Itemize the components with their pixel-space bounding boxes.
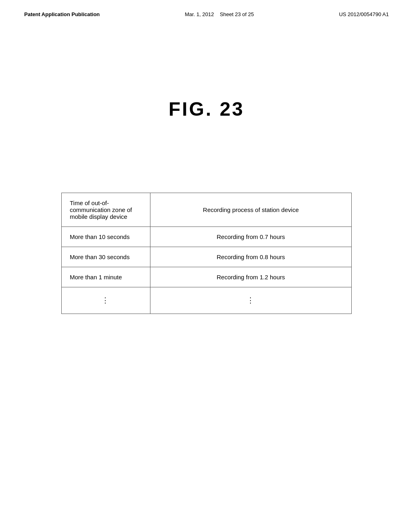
table-row-dots: ⋮ ⋮ [62, 287, 352, 314]
table-row: More than 1 minute Recording from 1.2 ho… [62, 267, 352, 287]
table-cell-col2-row3: Recording from 1.2 hours [150, 267, 351, 287]
table-cell-col2-row1: Recording from 0.7 hours [150, 227, 351, 247]
table-dots-col1: ⋮ [62, 287, 150, 314]
recording-table: Time of out-of-communication zone of mob… [61, 193, 352, 314]
table-cell-col1-row1: More than 10 seconds [62, 227, 150, 247]
table-header-col2: Recording process of station device [150, 193, 351, 227]
header-publication-label: Patent Application Publication [24, 11, 100, 17]
table-cell-col1-row2: More than 30 seconds [62, 247, 150, 267]
data-table-container: Time of out-of-communication zone of mob… [61, 193, 352, 314]
header-date-sheet: Mar. 1, 2012 Sheet 23 of 25 [185, 11, 254, 17]
table-row: More than 30 seconds Recording from 0.8 … [62, 247, 352, 267]
table-header-col1: Time of out-of-communication zone of mob… [62, 193, 150, 227]
figure-title: FIG. 23 [0, 98, 413, 120]
table-header-row: Time of out-of-communication zone of mob… [62, 193, 352, 227]
header-sheet: Sheet 23 of 25 [220, 11, 254, 17]
table-dots-col2: ⋮ [150, 287, 351, 314]
header-patent-number: US 2012/0054790 A1 [339, 11, 389, 17]
header-date: Mar. 1, 2012 [185, 11, 214, 17]
page-header: Patent Application Publication Mar. 1, 2… [0, 0, 413, 17]
table-cell-col1-row3: More than 1 minute [62, 267, 150, 287]
table-cell-col2-row2: Recording from 0.8 hours [150, 247, 351, 267]
table-row: More than 10 seconds Recording from 0.7 … [62, 227, 352, 247]
